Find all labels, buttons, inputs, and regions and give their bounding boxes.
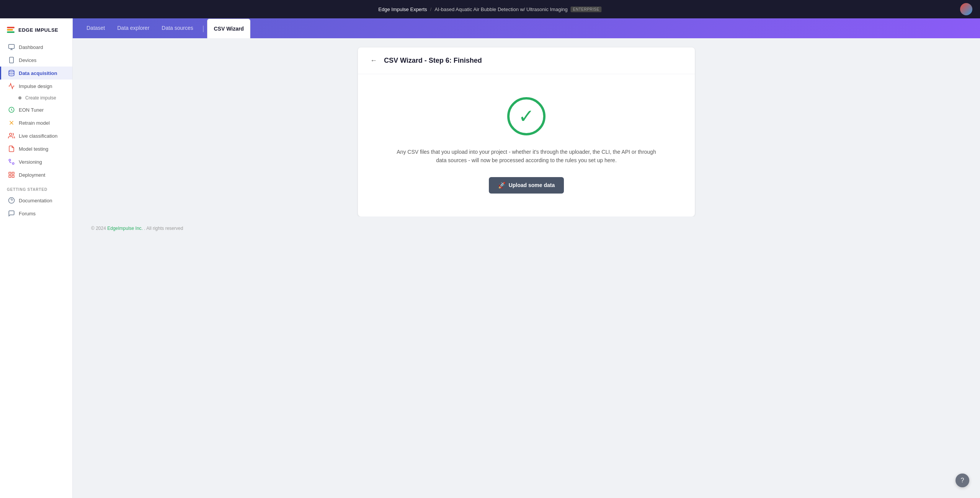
wizard-body: ✓ Any CSV files that you upload into you… — [358, 74, 695, 216]
help-button[interactable]: ? — [956, 474, 969, 487]
sidebar-item-create-impulse[interactable]: Create impulse — [0, 93, 72, 103]
eon-icon — [8, 106, 15, 113]
page-content: ← CSV Wizard - Step 6: Finished ✓ Any CS… — [73, 38, 980, 498]
project-breadcrumb: Edge Impulse Experts / AI-based Aquatic … — [378, 7, 601, 12]
sidebar-label-deployment: Deployment — [19, 172, 45, 178]
sidebar-item-eon-tuner[interactable]: EON Tuner — [0, 103, 72, 116]
breadcrumb-separator: / — [430, 7, 432, 12]
sub-dot-icon — [18, 96, 21, 99]
sidebar-label-model-testing: Model testing — [19, 146, 48, 152]
company-link[interactable]: EdgeImpulse Inc. — [107, 226, 143, 231]
svg-rect-15 — [9, 176, 11, 177]
sidebar-label-impulse-design: Impulse design — [19, 83, 52, 89]
tab-dataset[interactable]: Dataset — [80, 18, 111, 38]
live-icon — [8, 132, 15, 139]
svg-rect-0 — [9, 44, 15, 49]
project-owner: Edge Impulse Experts — [378, 7, 427, 12]
svg-point-9 — [10, 133, 12, 135]
forums-icon — [8, 210, 15, 217]
success-message: Any CSV files that you upload into your … — [396, 148, 657, 165]
tab-data-sources[interactable]: Data sources — [155, 18, 199, 38]
sidebar-item-retrain-model[interactable]: Retrain model — [0, 116, 72, 129]
checkmark-icon: ✓ — [518, 107, 534, 126]
sidebar-label-retrain-model: Retrain model — [19, 120, 50, 126]
docs-icon — [8, 197, 15, 204]
rights-text: . All rights reserved — [144, 226, 183, 231]
sidebar-label-data-acquisition: Data acquisition — [19, 70, 57, 76]
monitor-icon — [8, 44, 15, 50]
tab-separator: | — [203, 24, 204, 33]
enterprise-badge: ENTERPRISE — [571, 7, 602, 12]
sidebar-item-impulse-design[interactable]: Impulse design — [0, 80, 72, 93]
sidebar-item-deployment[interactable]: Deployment — [0, 168, 72, 181]
main-content: Dataset Data explorer Data sources | CSV… — [73, 18, 980, 498]
wizard-header: ← CSV Wizard - Step 6: Finished — [358, 47, 695, 74]
sidebar-item-model-testing[interactable]: Model testing — [0, 142, 72, 155]
impulse-icon — [8, 83, 15, 90]
copyright-text: © 2024 — [91, 226, 106, 231]
sidebar-label-forums: Forums — [19, 211, 36, 216]
device-icon — [8, 57, 15, 63]
getting-started-section: GETTING STARTED — [0, 181, 72, 194]
sidebar-label-versioning: Versioning — [19, 159, 42, 165]
sidebar-label-documentation: Documentation — [19, 198, 52, 203]
svg-point-10 — [9, 159, 11, 161]
svg-point-11 — [12, 163, 14, 164]
sidebar-item-devices[interactable]: Devices — [0, 54, 72, 67]
svg-rect-13 — [12, 172, 14, 174]
model-icon — [8, 145, 15, 152]
top-navigation: Edge Impulse Experts / AI-based Aquatic … — [0, 0, 980, 18]
upload-some-data-button[interactable]: 🚀 Upload some data — [489, 177, 564, 194]
help-label: ? — [961, 477, 964, 484]
sidebar-label-devices: Devices — [19, 57, 36, 63]
sub-header: Dataset Data explorer Data sources | CSV… — [73, 18, 980, 38]
wizard-card: ← CSV Wizard - Step 6: Finished ✓ Any CS… — [358, 47, 695, 216]
sidebar-label-eon-tuner: EON Tuner — [19, 107, 44, 113]
sidebar-item-dashboard[interactable]: Dashboard — [0, 41, 72, 54]
svg-rect-14 — [12, 176, 14, 177]
data-icon — [8, 70, 15, 76]
tab-data-explorer[interactable]: Data explorer — [111, 18, 155, 38]
version-icon — [8, 158, 15, 165]
upload-icon: 🚀 — [498, 182, 506, 189]
sidebar-item-live-classification[interactable]: Live classification — [0, 129, 72, 142]
svg-rect-3 — [10, 57, 14, 63]
tab-csv-wizard[interactable]: CSV Wizard — [207, 19, 250, 39]
success-circle: ✓ — [507, 97, 546, 135]
sidebar-item-data-acquisition[interactable]: Data acquisition — [0, 67, 72, 80]
sidebar-label-dashboard: Dashboard — [19, 44, 43, 50]
sidebar-item-versioning[interactable]: Versioning — [0, 155, 72, 168]
logo-icon — [7, 27, 15, 33]
back-button[interactable]: ← — [369, 55, 379, 66]
svg-point-5 — [9, 70, 14, 72]
page-footer: © 2024 EdgeImpulse Inc. . All rights res… — [82, 216, 971, 240]
upload-button-label: Upload some data — [509, 182, 555, 188]
sidebar-item-forums[interactable]: Forums — [0, 207, 72, 220]
tab-bar: Dataset Data explorer Data sources | CSV… — [73, 18, 980, 38]
retrain-icon — [8, 119, 15, 126]
logo-text: EDGE IMPULSE — [18, 27, 58, 33]
sidebar: EDGE IMPULSE Dashboard Devices Data acqu… — [0, 18, 73, 498]
sidebar-label-create-impulse: Create impulse — [25, 95, 56, 101]
deploy-icon — [8, 171, 15, 178]
project-name: AI-based Aquatic Air Bubble Detection w/… — [434, 7, 568, 12]
user-avatar[interactable] — [960, 3, 972, 15]
svg-rect-12 — [9, 172, 11, 174]
sidebar-label-live-classification: Live classification — [19, 133, 57, 139]
wizard-title: CSV Wizard - Step 6: Finished — [384, 57, 482, 65]
logo: EDGE IMPULSE — [0, 23, 72, 41]
sidebar-item-documentation[interactable]: Documentation — [0, 194, 72, 207]
